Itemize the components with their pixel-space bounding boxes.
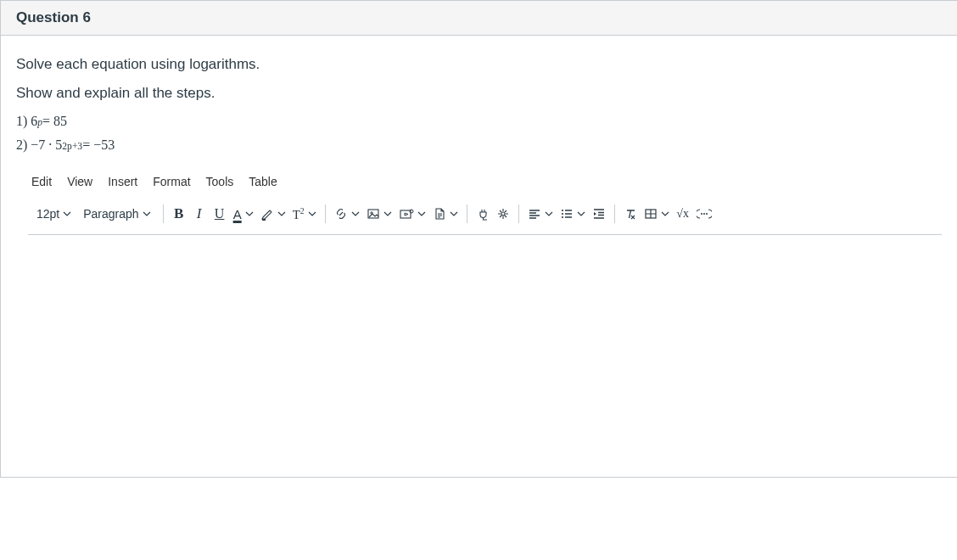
toolbar-separator (325, 204, 326, 223)
svg-point-11 (706, 213, 708, 215)
chevron-down-icon (143, 210, 151, 218)
question-container: Question 6 Solve each equation using log… (0, 0, 957, 478)
equation-2-rhs: = −53 (82, 137, 115, 153)
chevron-down-icon (308, 210, 316, 218)
menu-tools[interactable]: Tools (206, 175, 234, 188)
question-body: Solve each equation using logarithms. Sh… (1, 36, 957, 477)
blockformat-label: Paragraph (83, 207, 138, 221)
table-button[interactable] (641, 200, 673, 227)
chevron-down-icon (245, 210, 254, 218)
editor-content-area[interactable] (28, 234, 942, 472)
question-header: Question 6 (1, 1, 957, 36)
embed-icon (697, 207, 712, 221)
equation-2-base: 2) −7 · 5 (16, 137, 62, 153)
media-icon (399, 207, 414, 221)
text-color-button[interactable]: A (230, 200, 257, 227)
toolbar-separator (518, 204, 519, 223)
toolbar-separator (614, 204, 615, 223)
chevron-down-icon (545, 210, 553, 218)
prompt-line-2: Show and explain all the steps. (16, 85, 942, 102)
menu-table[interactable]: Table (249, 175, 277, 188)
menu-format[interactable]: Format (153, 175, 190, 188)
menu-view[interactable]: View (67, 175, 92, 188)
align-left-icon (528, 207, 541, 221)
underline-icon: U (215, 206, 225, 221)
list-button[interactable] (557, 200, 589, 227)
bold-button[interactable]: B (169, 200, 189, 227)
blockformat-select[interactable]: Paragraph (78, 200, 157, 227)
chevron-down-icon (417, 210, 426, 218)
svg-point-10 (701, 213, 702, 215)
editor-menubar: Edit View Insert Format Tools Table (28, 171, 942, 197)
table-icon (644, 207, 658, 221)
image-icon (367, 207, 380, 221)
math-equation-button[interactable]: √x (673, 200, 693, 227)
prompt-line-1: Solve each equation using logarithms. (16, 56, 942, 73)
toolbar-separator (467, 204, 467, 223)
superscript-button[interactable]: T2 (289, 200, 320, 227)
plug-icon (476, 207, 490, 221)
equation-1-base: 1) 6 (16, 114, 37, 129)
link-icon (334, 207, 348, 221)
fontsize-label: 12pt (36, 207, 59, 221)
apps-button[interactable] (473, 200, 493, 227)
svg-point-7 (562, 216, 563, 218)
bold-icon: B (174, 205, 183, 222)
document-button[interactable] (429, 200, 462, 227)
underline-button[interactable]: U (210, 200, 230, 227)
svg-point-4 (501, 212, 505, 216)
equation-1-rhs: = 85 (42, 114, 67, 129)
svg-point-6 (562, 213, 563, 215)
align-button[interactable] (524, 200, 557, 227)
editor-toolbar: 12pt Paragraph B I (28, 197, 942, 231)
svg-point-5 (562, 210, 563, 211)
document-icon (433, 207, 446, 221)
superscript-icon: T2 (293, 206, 305, 222)
clear-formatting-button[interactable] (620, 200, 641, 227)
chevron-down-icon (383, 210, 392, 218)
italic-icon: I (197, 205, 202, 222)
menu-insert[interactable]: Insert (108, 175, 137, 188)
embed-button[interactable] (693, 200, 715, 227)
text-color-icon: A (233, 207, 242, 221)
indent-icon (592, 207, 606, 221)
svg-point-9 (703, 213, 705, 215)
fontsize-select[interactable]: 12pt (31, 200, 78, 227)
image-button[interactable] (363, 200, 395, 227)
sqrt-icon: √x (676, 207, 689, 221)
chevron-down-icon (277, 210, 286, 218)
chevron-down-icon (450, 210, 458, 218)
equation-1: 1) 6p = 85 (16, 114, 942, 129)
menu-edit[interactable]: Edit (31, 175, 52, 188)
media-button[interactable] (395, 200, 429, 227)
highlighter-icon (260, 207, 274, 221)
italic-button[interactable]: I (189, 200, 210, 227)
indent-button[interactable] (589, 200, 609, 227)
chevron-down-icon (63, 210, 71, 218)
more-tools-button[interactable] (493, 200, 513, 227)
equation-2-exponent: 2p+3 (62, 141, 82, 151)
rich-text-editor: Edit View Insert Format Tools Table 12pt… (28, 171, 942, 472)
toolbar-separator (163, 204, 164, 223)
chevron-down-icon (577, 210, 585, 218)
highlight-button[interactable] (257, 200, 289, 227)
chevron-down-icon (661, 210, 669, 218)
wrench-icon (496, 207, 510, 221)
bullet-list-icon (560, 207, 574, 221)
link-button[interactable] (331, 200, 363, 227)
chevron-down-icon (351, 210, 360, 218)
question-title: Question 6 (16, 9, 942, 26)
clear-format-icon (624, 207, 637, 221)
equation-2: 2) −7 · 52p+3 = −53 (16, 137, 942, 153)
